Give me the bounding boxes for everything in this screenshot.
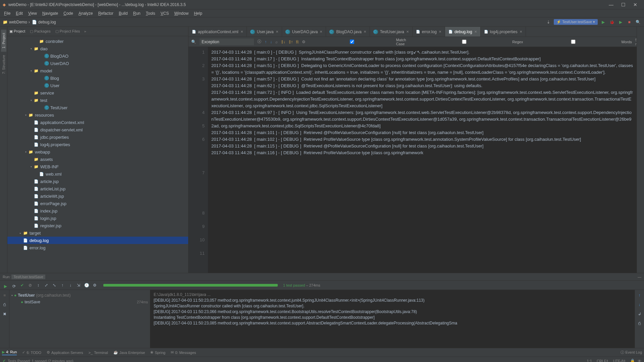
add-selection-icon[interactable]: ‡↓ — [281, 40, 285, 44]
tree-node-test[interactable]: ▾📁test — [7, 97, 188, 104]
project-tab-packages[interactable]: ▢ Packages — [30, 29, 50, 34]
tree-node-web-inf[interactable]: ▾📁WEB-INF — [7, 163, 188, 170]
editor-tab-log4j-properties[interactable]: 📄log4j.properties✕ — [481, 27, 526, 37]
maximize-button[interactable]: ☐ — [617, 2, 629, 7]
prev-test-icon[interactable]: ↑ — [59, 282, 66, 289]
print-icon[interactable]: ⎙ — [636, 320, 643, 327]
coverage-button[interactable]: ▶ — [617, 19, 624, 25]
run-config-selector[interactable]: ⚡ TestUser.testSave ▾ — [554, 19, 598, 25]
tree-node-userdao[interactable]: ⒸUserDAO — [7, 60, 188, 67]
stop-button[interactable]: ■ — [626, 19, 633, 25]
tree-node-log4j-properties[interactable]: 📄log4j.properties — [7, 141, 188, 148]
tree-node-dao[interactable]: ▾📁dao — [7, 45, 188, 52]
test-class-node[interactable]: ▾ ● TestUser (org.caihaolun.test) — [11, 292, 148, 299]
editor-tab-user-java[interactable]: ⒸUser.java✕ — [247, 27, 282, 37]
menu-navigate[interactable]: Navigate — [40, 11, 61, 16]
tree-node-model[interactable]: ▾📁model — [7, 67, 188, 74]
exit-icon[interactable]: ✖ — [1, 311, 8, 317]
dump-threads-icon[interactable]: ⎙ — [1, 301, 8, 308]
expand-arrow-icon[interactable]: ▾ — [23, 150, 28, 154]
collapse-all-icon[interactable]: ⤡ — [51, 282, 58, 289]
tree-node-articlewt-jsp[interactable]: 📄articleWt.jsp — [7, 192, 188, 200]
line-separator[interactable]: CRLF‡ — [597, 359, 608, 362]
bottom-tab-terminal[interactable]: >_ Terminal — [89, 351, 108, 355]
menu-window[interactable]: Window — [171, 11, 191, 16]
inspections-icon[interactable]: 👁 — [638, 359, 641, 362]
clear-find-icon[interactable]: ⓧ — [257, 39, 261, 45]
menu-refactor[interactable]: Refactor — [96, 11, 116, 16]
editor-content[interactable]: 2017-04-03 11:44:28 [ main:0 ] - [ DEBUG… — [208, 47, 637, 273]
tree-node-articlelist-jsp[interactable]: 📄articleList.jsp — [7, 185, 188, 192]
bottom-tab-spring[interactable]: ❀ Spring — [150, 350, 165, 355]
rerun-button[interactable]: ▶ — [2, 283, 9, 290]
bottom-tab-run[interactable]: ▶ 4: Run — [2, 350, 17, 355]
tree-node-login-jsp[interactable]: 📄login.jsp — [7, 215, 188, 222]
stop-run-icon[interactable]: ■ — [1, 292, 8, 299]
rail-tab-project[interactable]: 1: Project — [1, 29, 6, 52]
expand-arrow-icon[interactable]: ▾ — [29, 165, 34, 168]
menu-build[interactable]: Build — [116, 11, 130, 16]
tree-node-index-jsp[interactable]: 📄index.jsp — [7, 207, 188, 215]
read-only-toggle-icon[interactable]: 🔒 — [630, 359, 635, 362]
tree-node-user[interactable]: ⒸUser — [7, 82, 188, 89]
show-ignored-icon[interactable]: ⊘ — [27, 282, 34, 289]
match-case-checkbox[interactable]: Match Case — [309, 38, 414, 46]
run-console[interactable]: E:\Java\jdk1.8.0_111\bin\java ...[DEBUG]… — [150, 290, 635, 348]
tree-node-testuser[interactable]: ⒸTestUser — [7, 104, 188, 111]
tree-node-controller[interactable]: 📁controller — [7, 38, 188, 45]
tree-node-blog[interactable]: ⒸBlog — [7, 74, 188, 82]
close-tab-icon[interactable]: ✕ — [474, 30, 477, 34]
sort-icon[interactable]: ↕ — [35, 282, 42, 289]
editor-tab-blogdao-java[interactable]: ⒸBlogDAO.java✕ — [326, 27, 370, 37]
tree-node-register-jsp[interactable]: 📄register.jsp — [7, 222, 188, 229]
tree-node-jdbc-properties[interactable]: 📄jdbc.properties — [7, 133, 188, 141]
menu-run[interactable]: Run — [130, 11, 143, 16]
editor-tab-error-log[interactable]: 📄error.log✕ — [413, 27, 445, 37]
test-method-node[interactable]: ● testSave 274ms — [11, 299, 148, 305]
menu-view[interactable]: View — [25, 11, 40, 16]
expand-arrow-icon[interactable]: ▾ — [29, 99, 34, 102]
search-everywhere-icon[interactable]: 🔍 — [635, 19, 641, 25]
soft-wrap-icon[interactable]: ↲ — [636, 311, 643, 317]
tree-node-errorpage-jsp[interactable]: 📄errorPage.jsp — [7, 200, 188, 207]
menu-edit[interactable]: Edit — [13, 11, 25, 16]
toggle-auto-test-icon[interactable]: ⟳ — [11, 283, 17, 290]
editor-tab-debug-log[interactable]: 📄debug.log✕ — [445, 27, 481, 37]
file-encoding[interactable]: UTF-8‡ — [613, 359, 626, 362]
editor-tab-testuser-java[interactable]: ⒸTestUser.java✕ — [370, 27, 413, 37]
menu-file[interactable]: File — [1, 11, 13, 16]
tree-node-web-xml[interactable]: 📄web.xml — [7, 170, 188, 178]
event-log-button[interactable]: ⓘ Event Log — [621, 350, 642, 355]
close-tab-icon[interactable]: ✕ — [406, 30, 409, 34]
bottom-tab-javaenterprise[interactable]: ☕ Java Enterprise — [113, 350, 145, 355]
project-tab-project[interactable]: ▣ Project — [9, 29, 25, 34]
tree-node-debug-log[interactable]: 📄debug.log — [7, 237, 188, 244]
close-tab-icon[interactable]: ✕ — [240, 30, 243, 34]
menu-analyze[interactable]: Analyze — [76, 11, 96, 16]
tree-node-error-log[interactable]: 📄error.log — [7, 244, 188, 251]
debug-button[interactable]: 🐞 — [608, 19, 615, 25]
show-passed-icon[interactable]: ✔ — [19, 282, 25, 289]
close-tab-icon[interactable]: ✕ — [520, 30, 522, 34]
bottom-tab-applicationservers[interactable]: ⚙ Application Servers — [47, 350, 83, 355]
regex-checkbox[interactable]: Regex — [417, 40, 523, 44]
breadcrumb-project[interactable]: 📁 webDemo › — [3, 20, 30, 24]
words-checkbox[interactable]: Words — [526, 40, 632, 44]
next-match-icon[interactable]: ↓ — [270, 40, 272, 44]
expand-arrow-icon[interactable]: ▸ — [18, 232, 23, 235]
bottom-tab-messages[interactable]: ✉ 0: Messages — [171, 350, 196, 355]
tree-node-resources[interactable]: ▾📁resources — [7, 111, 188, 119]
export-results-icon[interactable]: ⇲ — [75, 282, 82, 289]
editor-tab-applicationcontext-xml[interactable]: 📄applicationContext.xml✕ — [189, 27, 247, 37]
close-button[interactable]: ✕ — [629, 2, 641, 7]
breadcrumb-file[interactable]: 📄 debug.log — [32, 20, 56, 24]
scroll-down-icon[interactable]: ↓ — [636, 301, 643, 308]
expand-arrow-icon[interactable]: ▾ — [23, 114, 28, 117]
scroll-up-icon[interactable]: ↑ — [636, 292, 643, 299]
rail-tab-structure[interactable]: 7: Structure — [1, 52, 6, 77]
find-options-icon[interactable]: ⌕ — [275, 40, 278, 44]
tree-node-target[interactable]: ▸📁target — [7, 229, 188, 237]
close-tab-icon[interactable]: ✕ — [439, 30, 441, 34]
menu-code[interactable]: Code — [61, 11, 76, 16]
hide-run-icon[interactable]: — — [638, 275, 641, 279]
